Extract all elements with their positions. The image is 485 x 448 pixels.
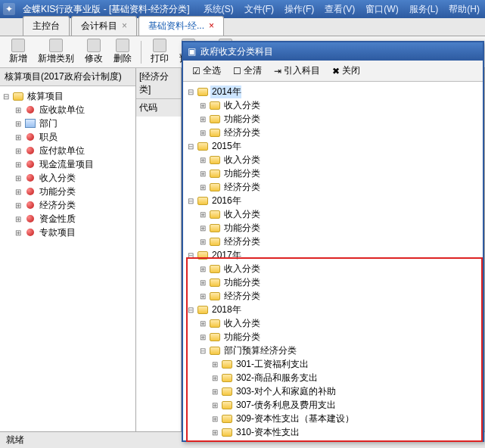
menu-help[interactable]: 帮助(H) (449, 3, 480, 16)
tab-accounts[interactable]: 会计科目× (71, 16, 137, 36)
expander-icon[interactable]: ⊞ (198, 238, 207, 246)
tree-node[interactable]: ⊞303-对个人和家庭的补助 (186, 384, 480, 398)
tree-node[interactable]: ⊞功能分类 (186, 221, 480, 235)
menu-system[interactable]: 系统(S) (204, 3, 234, 16)
expander-icon[interactable]: ⊟ (186, 88, 195, 96)
expander-icon[interactable]: ⊞ (198, 183, 207, 191)
tree-node[interactable]: ⊞经济分类 (186, 289, 480, 303)
btn-clear-all[interactable]: ☐全清 (229, 63, 266, 79)
expander-icon[interactable]: ⊞ (198, 129, 207, 137)
tree-node[interactable]: ⊞收入分类 (186, 207, 480, 221)
expander-icon[interactable]: ⊟ (2, 92, 11, 101)
expander-icon[interactable]: ⊟ (186, 306, 195, 314)
tree-node[interactable]: ⊞经济分类 (186, 235, 480, 248)
expander-icon[interactable]: ⊞ (210, 428, 219, 437)
tree-node[interactable]: ⊞收入分类 (186, 98, 480, 112)
expander-icon[interactable]: ⊞ (14, 229, 23, 237)
expander-icon[interactable]: ⊞ (198, 156, 207, 164)
tree-node[interactable]: ⊞311-对企业补助（基本建设） (186, 439, 480, 440)
tree-item[interactable]: ⊞专款项目 (14, 226, 134, 239)
tree-node[interactable]: ⊞收入分类 (186, 262, 480, 275)
tool-edit[interactable]: 修改 (80, 37, 107, 67)
tool-new-category[interactable]: 新增类别 (33, 37, 79, 67)
tree-node[interactable]: ⊞功能分类 (186, 166, 480, 180)
tree-item[interactable]: ⊞经济分类 (14, 198, 134, 212)
tree-node[interactable]: ⊞302-商品和服务支出 (186, 371, 480, 384)
expander-icon[interactable]: ⊞ (14, 215, 23, 223)
tree-node[interactable]: ⊟2017年 (186, 248, 480, 262)
close-icon[interactable]: × (122, 20, 127, 31)
expander-icon[interactable]: ⊞ (210, 360, 219, 369)
tool-new[interactable]: 新增 (5, 37, 32, 67)
expander-icon[interactable]: ⊞ (14, 120, 23, 128)
tree-item[interactable]: ⊞功能分类 (14, 185, 134, 198)
tree-item[interactable]: ⊞职员 (14, 130, 134, 144)
expander-icon[interactable]: ⊞ (198, 170, 207, 178)
expander-icon[interactable]: ⊟ (186, 251, 195, 260)
tab-console[interactable]: 主控台 (23, 16, 70, 36)
expander-icon[interactable]: ⊞ (198, 224, 207, 232)
tree-item[interactable]: ⊞部门 (14, 117, 134, 130)
tree-item[interactable]: ⊞收入分类 (14, 171, 134, 185)
separator (141, 41, 141, 64)
expander-icon[interactable]: ⊞ (210, 387, 219, 396)
tree-node[interactable]: ⊞经济分类 (186, 126, 480, 139)
expander-icon[interactable]: ⊞ (198, 278, 207, 287)
close-icon[interactable]: × (209, 20, 214, 31)
tree-node[interactable]: ⊟2018年 (186, 303, 480, 316)
tree-node[interactable]: ⊟2016年 (186, 194, 480, 207)
menu-window[interactable]: 窗口(W) (365, 3, 398, 16)
expander-icon[interactable]: ⊞ (198, 115, 207, 123)
menu-action[interactable]: 操作(F) (284, 3, 314, 16)
menu-view[interactable]: 查看(V) (325, 3, 355, 16)
expander-icon[interactable]: ⊞ (14, 160, 23, 169)
tree-item[interactable]: ⊞现金流量项目 (14, 157, 134, 171)
expander-icon[interactable]: ⊞ (14, 174, 23, 182)
expander-icon[interactable]: ⊞ (198, 210, 207, 219)
expander-icon[interactable]: ⊟ (186, 197, 195, 205)
tree-node[interactable]: ⊞收入分类 (186, 316, 480, 330)
tree-node[interactable]: ⊟2015年 (186, 139, 480, 153)
tree-item[interactable]: ⊞资金性质 (14, 212, 134, 226)
menu-file[interactable]: 文件(F) (244, 3, 274, 16)
expander-icon[interactable]: ⊞ (14, 188, 23, 196)
tree-node[interactable]: ⊞309-资本性支出（基本建设） (186, 412, 480, 425)
tree-node[interactable]: ⊞功能分类 (186, 112, 480, 126)
tree-node[interactable]: ⊞功能分类 (186, 275, 480, 289)
tool-delete[interactable]: 删除 (109, 37, 136, 67)
expander-icon[interactable]: ⊞ (198, 292, 207, 300)
tree-node[interactable]: ⊞301-工资福利支出 (186, 357, 480, 371)
expander-icon[interactable]: ⊞ (14, 147, 23, 155)
btn-close[interactable]: ✖关闭 (328, 63, 365, 79)
expander-icon[interactable]: ⊞ (14, 133, 23, 142)
expander-icon[interactable]: ⊞ (14, 201, 23, 210)
expander-icon[interactable]: ⊞ (14, 106, 23, 114)
tree-node[interactable]: ⊞收入分类 (186, 153, 480, 166)
expander-icon[interactable]: ⊞ (198, 333, 207, 341)
left-panel: 核算项目(2017政府会计制度) ⊟ 核算项目 ⊞应收款单位⊞部门⊞职员⊞应付款… (0, 68, 136, 431)
tree-item[interactable]: ⊞应付款单位 (14, 144, 134, 157)
tree-node[interactable]: ⊞功能分类 (186, 330, 480, 344)
tree-node[interactable]: ⊞307-债务利息及费用支出 (186, 398, 480, 412)
tree-node[interactable]: ⊞310-资本性支出 (186, 425, 480, 439)
expander-icon[interactable]: ⊞ (198, 319, 207, 328)
expander-icon[interactable]: ⊟ (198, 347, 207, 355)
expander-icon[interactable]: ⊞ (198, 101, 207, 110)
menu-service[interactable]: 服务(L) (409, 3, 439, 16)
btn-import[interactable]: ⇥引入科目 (269, 63, 325, 79)
tab-basedata[interactable]: 基础资料-经...× (138, 16, 224, 36)
tree-node[interactable]: ⊟部门预算经济分类 (186, 344, 480, 357)
folder-icon (209, 182, 221, 192)
expander-icon[interactable]: ⊞ (210, 401, 219, 409)
tree-node[interactable]: ⊞经济分类 (186, 180, 480, 194)
expander-icon[interactable]: ⊞ (198, 265, 207, 273)
folder-icon (12, 91, 24, 101)
expander-icon[interactable]: ⊞ (210, 415, 219, 423)
tree-root[interactable]: ⊟ 核算项目 (2, 89, 134, 103)
btn-select-all[interactable]: ☑全选 (188, 63, 225, 79)
tree-node[interactable]: ⊟2014年 (186, 85, 480, 98)
expander-icon[interactable]: ⊟ (186, 142, 195, 151)
tree-item[interactable]: ⊞应收款单位 (14, 103, 134, 117)
tool-print[interactable]: 打印 (146, 37, 173, 67)
expander-icon[interactable]: ⊞ (210, 374, 219, 382)
